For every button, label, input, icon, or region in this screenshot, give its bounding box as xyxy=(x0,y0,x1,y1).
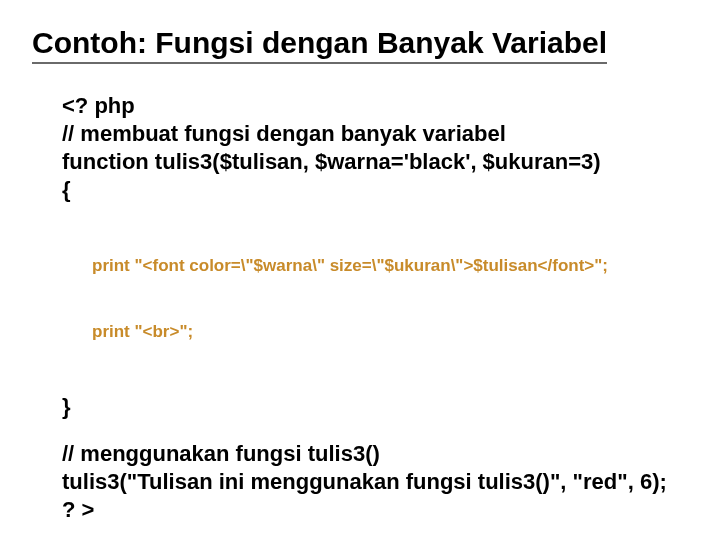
code-line: { xyxy=(62,176,688,204)
code-line: ? > xyxy=(62,496,688,524)
spacer xyxy=(62,422,688,440)
slide: Contoh: Fungsi dengan Banyak Variabel <?… xyxy=(0,0,720,540)
code-line: tulis3("Tulisan ini menggunakan fungsi t… xyxy=(62,468,688,496)
code-line: // menggunakan fungsi tulis3() xyxy=(62,440,688,468)
code-line: // membuat fungsi dengan banyak variabel xyxy=(62,120,688,148)
code-line: function tulis3($tulisan, $warna='black'… xyxy=(62,148,688,176)
code-line: <? php xyxy=(62,92,688,120)
code-inner-block: print "<font color=\"$warna\" size=\"$uk… xyxy=(92,211,688,388)
code-line: print "<font color=\"$warna\" size=\"$uk… xyxy=(92,255,688,277)
code-line: print "<br>"; xyxy=(92,321,688,343)
slide-title: Contoh: Fungsi dengan Banyak Variabel xyxy=(32,26,607,64)
code-block: <? php // membuat fungsi dengan banyak v… xyxy=(62,92,688,524)
code-line: } xyxy=(62,393,688,421)
